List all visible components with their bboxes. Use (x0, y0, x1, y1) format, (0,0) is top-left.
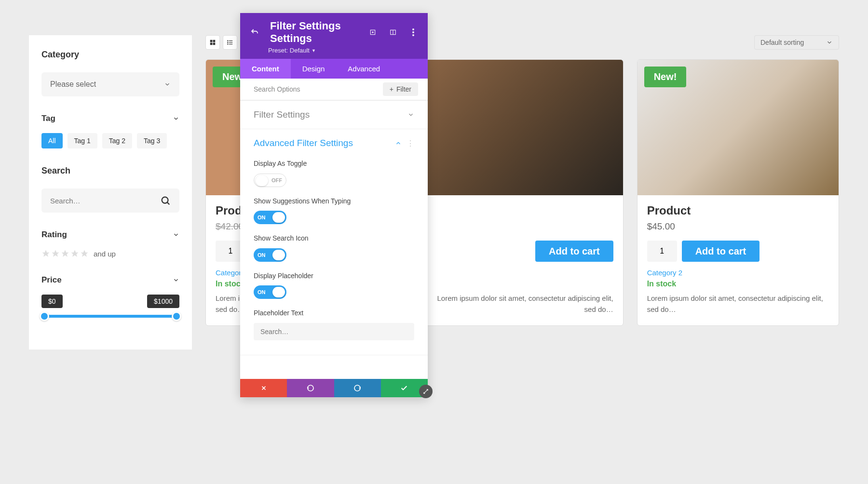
product-description: Lorem ipsum dolor sit amet, consectetur … (647, 293, 829, 315)
price-slider-track[interactable] (41, 315, 179, 318)
preset-selector[interactable]: Preset: Default ▼ (268, 47, 418, 54)
svg-point-0 (162, 197, 168, 203)
display-as-toggle-label: Display As Toggle (254, 159, 414, 169)
resize-handle[interactable] (419, 385, 433, 398)
check-icon (400, 384, 408, 392)
show-suggestions-switch[interactable]: ON (254, 211, 286, 224)
modal-header[interactable]: Filter Settings Settings Preset: Default… (240, 13, 428, 59)
grid-view-button[interactable] (205, 35, 220, 50)
show-search-icon-switch[interactable]: ON (254, 248, 286, 262)
dots-vertical-icon (412, 28, 414, 36)
add-filter-button[interactable]: + Filter (383, 82, 418, 96)
filter-settings-modal: Filter Settings Settings Preset: Default… (240, 13, 428, 397)
quantity-input[interactable] (647, 241, 677, 262)
undo-button[interactable] (287, 379, 334, 397)
star-icon (70, 249, 79, 258)
svg-rect-4 (210, 43, 213, 45)
tag-1[interactable]: Tag 1 (68, 133, 97, 148)
search-options-label: Search Options (254, 85, 300, 93)
svg-point-13 (372, 32, 373, 33)
category-select[interactable]: Please select (41, 72, 179, 96)
sort-select[interactable]: Default sorting (754, 35, 839, 50)
caret-down-icon: ▼ (312, 48, 316, 53)
stock-status: In stock (647, 280, 829, 288)
add-to-cart-button[interactable]: Add to cart (682, 241, 760, 262)
chevron-down-icon (173, 231, 179, 238)
more-button[interactable] (408, 27, 418, 37)
filter-settings-section-toggle[interactable]: Filter Settings (240, 100, 428, 129)
show-search-icon-label: Show Search Icon (254, 234, 414, 243)
svg-point-18 (412, 34, 414, 36)
back-button[interactable] (250, 27, 259, 37)
tag-3[interactable]: Tag 3 (137, 133, 167, 148)
chevron-down-icon (173, 277, 179, 283)
display-placeholder-switch[interactable]: ON (254, 285, 286, 299)
tag-heading[interactable]: Tag (41, 114, 179, 123)
product-image[interactable] (421, 60, 623, 195)
chevron-down-icon (826, 39, 833, 46)
star-group (41, 249, 89, 258)
svg-point-9 (228, 40, 228, 41)
tag-2[interactable]: Tag 2 (102, 133, 132, 148)
cancel-button[interactable] (240, 379, 287, 397)
columns-icon (390, 29, 396, 36)
new-badge: New! (644, 67, 687, 87)
close-icon (260, 385, 267, 391)
star-icon (80, 249, 89, 258)
price-heading[interactable]: Price (41, 275, 179, 285)
expand-icon (369, 29, 376, 36)
svg-rect-3 (213, 40, 216, 42)
star-icon (51, 249, 60, 258)
resize-icon (422, 388, 429, 395)
chevron-down-icon (407, 111, 414, 118)
expand-button[interactable] (368, 27, 378, 37)
svg-point-10 (228, 42, 228, 42)
advanced-filter-section-toggle[interactable]: Advanced Filter Settings ⋮ (240, 129, 428, 157)
redo-button[interactable] (334, 379, 381, 397)
product-title[interactable]: Product (647, 204, 829, 217)
add-to-cart-button[interactable]: Add to cart (535, 241, 613, 262)
search-icon (160, 195, 171, 206)
search-box[interactable] (41, 188, 179, 213)
product-description: Lorem ipsum dolor sit amet, consectetur … (431, 293, 613, 315)
rating-heading[interactable]: Rating (41, 230, 179, 240)
rating-suffix: and up (94, 250, 116, 258)
chevron-up-icon (395, 140, 402, 147)
category-heading: Category (41, 50, 179, 60)
tab-design[interactable]: Design (291, 59, 337, 79)
display-placeholder-label: Display Placeholder (254, 271, 414, 281)
product-category-link[interactable]: Category 2 (647, 269, 829, 277)
section-more-button[interactable]: ⋮ (407, 139, 414, 148)
svg-line-1 (167, 202, 170, 205)
svg-rect-2 (210, 40, 213, 42)
svg-point-11 (228, 44, 228, 44)
svg-point-17 (412, 31, 414, 33)
svg-rect-5 (213, 43, 216, 45)
layout-button[interactable] (388, 27, 398, 37)
category-placeholder: Please select (50, 80, 96, 89)
placeholder-text-input[interactable] (254, 323, 414, 340)
search-input[interactable] (50, 197, 160, 205)
grid-icon (209, 39, 216, 46)
search-heading: Search (41, 166, 179, 176)
chevron-down-icon (173, 115, 179, 122)
product-price: $45.00 (647, 221, 829, 232)
tag-all[interactable]: All (41, 133, 63, 148)
price-slider-handle-min[interactable] (40, 311, 49, 321)
star-icon (41, 249, 50, 258)
tab-content[interactable]: Content (240, 59, 291, 79)
star-icon (61, 249, 69, 258)
price-min-label: $0 (41, 295, 63, 308)
tab-advanced[interactable]: Advanced (336, 59, 392, 79)
redo-icon (353, 384, 361, 392)
plus-icon: + (390, 85, 393, 93)
undo-icon (307, 384, 314, 392)
svg-line-21 (424, 390, 428, 393)
chevron-down-icon (164, 81, 171, 88)
product-card: Product $45.00 Add to cart Category 2 In… (421, 59, 623, 326)
display-as-toggle-switch[interactable]: OFF (254, 174, 286, 187)
show-suggestions-label: Show Suggestions When Typing (254, 197, 414, 206)
price-slider-handle-max[interactable] (172, 311, 181, 321)
list-view-button[interactable] (223, 35, 237, 50)
rating-filter[interactable]: and up (41, 249, 179, 258)
